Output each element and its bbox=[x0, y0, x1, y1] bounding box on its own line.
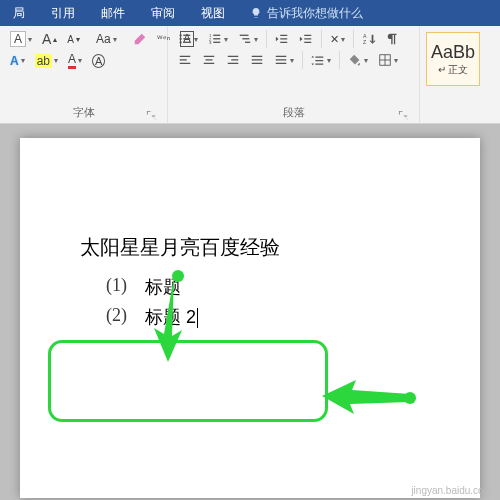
paint-bucket-icon bbox=[348, 53, 362, 67]
tab-mailings[interactable]: 邮件 bbox=[88, 0, 138, 26]
svg-rect-5 bbox=[183, 42, 190, 43]
tab-view[interactable]: 视图 bbox=[188, 0, 238, 26]
separator bbox=[321, 30, 322, 48]
list-item[interactable]: (2) 标题 2 bbox=[106, 305, 440, 329]
svg-rect-7 bbox=[213, 35, 220, 36]
borders-icon bbox=[378, 53, 392, 67]
bullets-button[interactable]: ▾ bbox=[176, 31, 200, 47]
change-case-button[interactable]: Aa▾ bbox=[94, 31, 119, 47]
increase-indent-button[interactable] bbox=[297, 31, 315, 47]
svg-rect-3 bbox=[183, 38, 190, 39]
separator bbox=[302, 51, 303, 69]
svg-rect-1 bbox=[183, 35, 190, 36]
line-spacing-icon bbox=[311, 53, 325, 67]
svg-rect-14 bbox=[245, 42, 250, 43]
watermark: jingyan.baidu.com bbox=[411, 485, 492, 496]
justify-icon bbox=[250, 53, 264, 67]
align-right-button[interactable] bbox=[224, 52, 242, 68]
list-text: 标题 2 bbox=[145, 305, 198, 329]
svg-rect-9 bbox=[213, 38, 220, 39]
svg-rect-11 bbox=[213, 42, 220, 43]
style-sample: AaBb bbox=[431, 42, 475, 63]
document-workspace: 太阳星星月亮百度经验 (1) 标题 (2) 标题 2 jingyan.baidu… bbox=[0, 124, 500, 500]
style-name: ↵ 正文 bbox=[438, 63, 469, 77]
eraser-icon bbox=[133, 32, 147, 46]
lightbulb-icon bbox=[250, 7, 262, 19]
text-cursor bbox=[197, 308, 198, 328]
outdent-icon bbox=[275, 32, 289, 46]
dialog-launcher-icon bbox=[146, 110, 157, 121]
separator bbox=[353, 30, 354, 48]
group-font: A▾ A▴ A▾ Aa▾ ᵂᵉⁿ A A▾ ab▾ A▾ A 字体 bbox=[0, 26, 168, 123]
svg-point-0 bbox=[179, 34, 181, 36]
list-prefix: (2) bbox=[106, 305, 127, 329]
text-effects-button[interactable]: A▾ bbox=[8, 53, 27, 69]
multilevel-list-button[interactable]: ▾ bbox=[236, 31, 260, 47]
numbering-icon: 123 bbox=[208, 32, 222, 46]
font-size-combo[interactable]: A▾ bbox=[8, 30, 34, 48]
multilevel-icon bbox=[238, 32, 252, 46]
borders-button[interactable]: ▾ bbox=[376, 52, 400, 68]
align-left-icon bbox=[178, 53, 192, 67]
group-paragraph: ▾ 123▾ ▾ ✕▾ AZ bbox=[168, 26, 420, 123]
style-normal[interactable]: AaBb ↵ 正文 bbox=[426, 32, 480, 86]
align-center-button[interactable] bbox=[200, 52, 218, 68]
align-center-icon bbox=[202, 53, 216, 67]
tab-review[interactable]: 审阅 bbox=[138, 0, 188, 26]
tab-references[interactable]: 引用 bbox=[38, 0, 88, 26]
bullets-icon bbox=[178, 32, 192, 46]
list-text: 标题 bbox=[145, 275, 181, 299]
list-prefix: (1) bbox=[106, 275, 127, 299]
dialog-launcher-icon bbox=[398, 110, 409, 121]
sort-button[interactable]: AZ bbox=[360, 31, 378, 47]
group-paragraph-label: 段落 bbox=[283, 106, 305, 118]
document-page[interactable]: 太阳星星月亮百度经验 (1) 标题 (2) 标题 2 bbox=[20, 138, 480, 498]
ribbon: A▾ A▴ A▾ Aa▾ ᵂᵉⁿ A A▾ ab▾ A▾ A 字体 bbox=[0, 26, 500, 124]
tab-unknown[interactable]: 局 bbox=[0, 0, 38, 26]
list-item[interactable]: (1) 标题 bbox=[106, 275, 440, 299]
tell-me-search[interactable]: 告诉我你想做什么 bbox=[250, 5, 363, 22]
separator bbox=[266, 30, 267, 48]
svg-point-2 bbox=[179, 38, 181, 40]
distributed-icon bbox=[274, 53, 288, 67]
pilcrow-icon bbox=[386, 32, 400, 46]
svg-text:3: 3 bbox=[209, 40, 212, 45]
numbering-button[interactable]: 123▾ bbox=[206, 31, 230, 47]
svg-text:Z: Z bbox=[363, 39, 367, 45]
shrink-font-button[interactable]: A▾ bbox=[65, 33, 82, 46]
tell-me-placeholder: 告诉我你想做什么 bbox=[267, 5, 363, 22]
justify-button[interactable] bbox=[248, 52, 266, 68]
decrease-indent-button[interactable] bbox=[273, 31, 291, 47]
group-styles: AaBb ↵ 正文 bbox=[420, 26, 486, 123]
highlight-button[interactable]: ab▾ bbox=[33, 53, 60, 69]
font-dialog-launcher[interactable] bbox=[146, 110, 157, 121]
indent-icon bbox=[299, 32, 313, 46]
doc-title-line[interactable]: 太阳星星月亮百度经验 bbox=[80, 234, 440, 261]
group-font-label: 字体 bbox=[73, 106, 95, 118]
font-color-button[interactable]: A▾ bbox=[66, 51, 84, 70]
sort-icon: AZ bbox=[362, 32, 376, 46]
separator bbox=[339, 51, 340, 69]
grow-font-button[interactable]: A▴ bbox=[40, 30, 59, 48]
svg-rect-12 bbox=[240, 35, 249, 36]
align-right-icon bbox=[226, 53, 240, 67]
shading-button[interactable]: ▾ bbox=[346, 52, 370, 68]
line-spacing-button[interactable]: ▾ bbox=[309, 52, 333, 68]
align-left-button[interactable] bbox=[176, 52, 194, 68]
paragraph-dialog-launcher[interactable] bbox=[398, 110, 409, 121]
svg-point-4 bbox=[179, 41, 181, 43]
enclose-characters-button[interactable]: A bbox=[90, 53, 107, 69]
show-marks-button[interactable] bbox=[384, 31, 402, 47]
asian-layout-button[interactable]: ✕▾ bbox=[328, 32, 347, 47]
svg-rect-13 bbox=[242, 38, 249, 39]
svg-text:A: A bbox=[363, 33, 367, 39]
distributed-button[interactable]: ▾ bbox=[272, 52, 296, 68]
clear-formatting-button[interactable] bbox=[131, 31, 149, 47]
ribbon-tabstrip: 局 引用 邮件 审阅 视图 告诉我你想做什么 bbox=[0, 0, 500, 26]
